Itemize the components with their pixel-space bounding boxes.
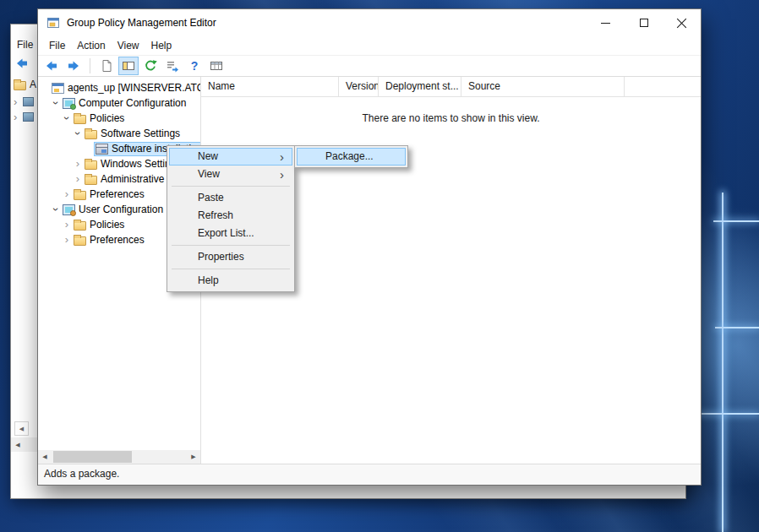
context-menu-item-label: New	[198, 150, 218, 162]
submenu-item[interactable]: Package...	[297, 148, 406, 166]
console-tree-icon	[122, 59, 135, 73]
scroll-left-arrow-icon[interactable]	[11, 438, 25, 452]
document-icon	[100, 59, 113, 73]
columns-icon	[210, 59, 223, 73]
scrollbar-track[interactable]	[52, 450, 187, 464]
empty-view-message: There are no items to show in this view.	[201, 97, 701, 124]
app-icon	[46, 16, 60, 30]
background-file-menu[interactable]: File	[11, 39, 33, 51]
context-menu-item[interactable]: New	[169, 148, 292, 166]
submenu-arrow-icon	[280, 166, 284, 182]
background-tree-item[interactable]	[14, 94, 36, 109]
tree-item-icon	[74, 115, 86, 124]
tree-item-icon	[85, 176, 97, 185]
maximize-button[interactable]	[625, 9, 663, 36]
scroll-left-button[interactable]	[14, 421, 29, 436]
expander-icon[interactable]	[73, 157, 83, 171]
tree-item-label: Software Settings	[101, 128, 180, 139]
expander-icon[interactable]	[62, 187, 72, 201]
tree-item[interactable]: Computer Configuration	[38, 95, 200, 111]
context-menu-item[interactable]	[170, 266, 292, 272]
tree-item-label: Preferences	[90, 188, 145, 200]
column-header[interactable]: Source	[461, 77, 625, 97]
chevron-right-icon[interactable]	[14, 111, 23, 123]
submenu-item-label: Package...	[325, 150, 374, 162]
help-icon	[191, 58, 199, 73]
context-menu-item[interactable]	[170, 242, 292, 248]
export-list-button[interactable]	[162, 57, 183, 75]
expander-icon[interactable]	[73, 127, 83, 140]
expander-icon[interactable]	[62, 233, 72, 247]
tree-item-icon	[96, 144, 108, 155]
folder-icon	[14, 81, 26, 90]
window-title: Group Policy Management Editor	[67, 17, 216, 29]
back-icon	[45, 59, 58, 73]
status-text: Adds a package.	[44, 468, 119, 480]
minimize-button[interactable]	[587, 9, 625, 36]
gpme-window: Group Policy Management Editor FileActio…	[37, 8, 702, 486]
tree-item-label: agents_up [WINSERVER.ATOMS	[68, 82, 200, 94]
context-menu: New View Paste Refresh Export List... Pr…	[167, 145, 295, 292]
context-menu-item[interactable]: Properties	[169, 248, 292, 266]
context-menu-item[interactable]	[170, 183, 292, 189]
menu-item[interactable]: Action	[71, 36, 111, 55]
scrollbar-thumb[interactable]	[53, 451, 132, 463]
column-header[interactable]: Version	[339, 77, 379, 97]
columns-button[interactable]	[206, 57, 227, 75]
context-menu-item[interactable]: Paste	[169, 189, 292, 207]
context-menu-item[interactable]: Export List...	[169, 225, 292, 242]
forward-icon	[67, 59, 80, 73]
caption-buttons	[587, 9, 701, 36]
menu-item[interactable]: File	[43, 36, 71, 55]
context-menu-item[interactable]: Refresh	[169, 207, 292, 225]
tree-item[interactable]: Policies	[38, 111, 200, 126]
expander-icon[interactable]	[62, 218, 72, 231]
wallpaper-light-line	[715, 327, 759, 328]
refresh-button[interactable]	[140, 57, 161, 75]
background-tree-item-label: A	[30, 79, 36, 90]
expander-icon[interactable]	[51, 96, 61, 110]
help-button[interactable]	[184, 57, 205, 75]
context-menu-item-label: View	[198, 168, 220, 180]
titlebar[interactable]: Group Policy Management Editor	[38, 9, 701, 36]
menu-item[interactable]: View	[112, 36, 145, 55]
back-button[interactable]	[41, 57, 62, 75]
tree-horizontal-scrollbar[interactable]	[38, 450, 200, 464]
refresh-icon	[144, 59, 157, 73]
tree-item-icon	[63, 204, 75, 215]
tree-item-icon	[74, 221, 86, 231]
window-content: agents_up [WINSERVER.ATOMS Computer Conf…	[38, 77, 701, 464]
up-level-button[interactable]	[96, 57, 117, 75]
scroll-left-arrow-icon[interactable]	[38, 450, 52, 464]
wallpaper-light-line	[722, 193, 724, 532]
background-tree-item[interactable]: A	[14, 77, 36, 92]
context-menu-item[interactable]: Help	[169, 272, 292, 290]
expander-icon[interactable]	[62, 111, 72, 125]
expander-icon[interactable]	[51, 203, 61, 216]
column-header[interactable]: Name	[201, 77, 339, 97]
chevron-right-icon[interactable]	[14, 95, 23, 108]
show-console-tree-button[interactable]	[118, 57, 139, 75]
close-icon	[676, 18, 687, 29]
context-menu-item[interactable]: View	[169, 166, 292, 183]
context-menu-item-label: Refresh	[198, 209, 233, 221]
forward-button[interactable]	[63, 57, 84, 75]
expander-icon[interactable]	[73, 172, 83, 186]
background-horizontal-scrollbar[interactable]	[11, 437, 37, 452]
toolbar	[38, 55, 701, 77]
background-window-toolbar	[15, 57, 29, 73]
column-header-row: NameVersionDeployment st...Source	[201, 77, 701, 97]
tree-item-icon	[63, 98, 75, 109]
tree-item[interactable]: agents_up [WINSERVER.ATOMS	[38, 80, 200, 95]
menu-item[interactable]: Help	[145, 36, 178, 55]
column-header[interactable]: Deployment st...	[379, 77, 461, 97]
close-button[interactable]	[663, 9, 701, 36]
background-window-menubar: File	[11, 36, 33, 53]
background-tree-item[interactable]	[14, 109, 36, 124]
tree-item[interactable]: Software Settings	[38, 126, 200, 141]
scroll-right-arrow-icon[interactable]	[187, 450, 200, 464]
tree-item-label: Policies	[90, 112, 124, 124]
back-icon[interactable]	[15, 58, 29, 73]
tree-item-label: Computer Configuration	[79, 97, 186, 109]
tree-item-label: User Configuration	[79, 204, 163, 215]
